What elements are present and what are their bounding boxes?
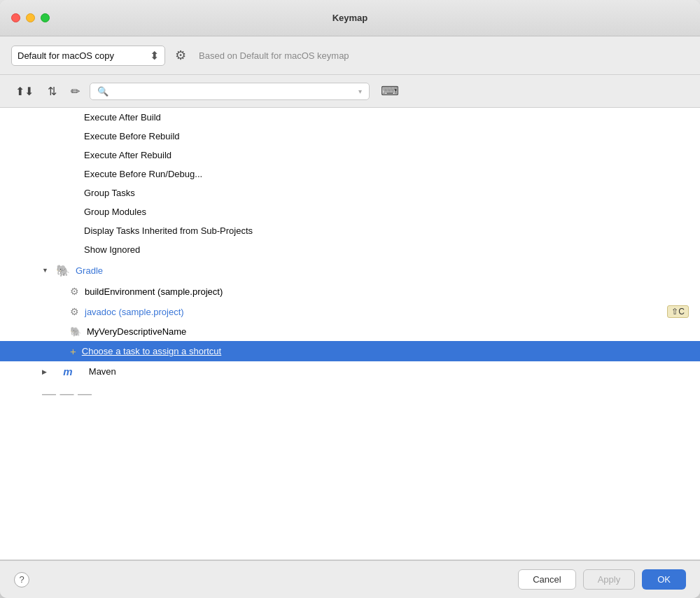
gradle-item-gear-icon: ⚙ xyxy=(70,286,79,297)
list-item[interactable]: Execute After Rebuild xyxy=(0,146,700,165)
expand-all-button[interactable]: ⬆⬇ xyxy=(11,82,38,101)
list-item[interactable]: Display Tasks Inherited from Sub-Project… xyxy=(0,221,700,240)
item-label: Group Modules xyxy=(84,207,146,217)
list-item[interactable]: Show Ignored xyxy=(0,240,700,259)
gradle-collapse-triangle-icon: ▼ xyxy=(42,267,50,274)
help-icon: ? xyxy=(19,574,24,585)
gradle-item-gear-icon: ⚙ xyxy=(70,306,79,317)
shortcut-filter-button[interactable]: ⌨ xyxy=(375,81,405,102)
toolbar: ⬆⬇ ⇅ ✏ 🔍 ▾ ⌨ xyxy=(0,75,700,108)
window-title: Keymap xyxy=(332,13,368,23)
gradle-elephant-icon: 🐘 xyxy=(56,263,70,277)
gradle-item-label: MyVeryDescriptiveName xyxy=(87,326,186,337)
item-label: Execute After Rebuild xyxy=(84,150,172,160)
choose-task-label: Choose a task to assign a shortcut xyxy=(82,346,221,356)
maven-icon: m xyxy=(63,366,72,377)
expand-all-icon: ⬆⬇ xyxy=(15,85,34,97)
list-item[interactable]: Execute Before Run/Debug... xyxy=(0,165,700,183)
cancel-button[interactable]: Cancel xyxy=(518,569,575,590)
traffic-lights xyxy=(11,13,50,22)
item-label: Execute Before Run/Debug... xyxy=(84,169,202,179)
dropdown-arrow-icon: ⬍ xyxy=(150,49,159,62)
bottom-bar: ? Cancel Apply OK xyxy=(0,560,700,598)
gradle-item-build-env[interactable]: ⚙ buildEnvironment (sample.project) xyxy=(0,281,700,301)
item-label: Display Tasks Inherited from Sub-Project… xyxy=(84,225,253,236)
collapse-all-icon: ⇅ xyxy=(48,85,57,97)
gradle-item-myvery[interactable]: 🐘 MyVeryDescriptiveName xyxy=(0,322,700,341)
edit-shortcut-button[interactable]: ✏ xyxy=(66,82,84,101)
search-box[interactable]: 🔍 ▾ xyxy=(90,83,370,100)
plus-icon: + xyxy=(70,345,76,357)
gradle-task-elephant-icon: 🐘 xyxy=(70,326,81,337)
search-icon: 🔍 xyxy=(97,86,108,97)
keymap-list[interactable]: Execute After Build Execute Before Rebui… xyxy=(0,108,700,560)
apply-label: Apply xyxy=(598,574,621,585)
gradle-item-link-label: javadoc (sample.project) xyxy=(85,307,184,317)
dialog-buttons: Cancel Apply OK xyxy=(518,569,686,590)
list-item[interactable]: Execute Before Rebuild xyxy=(0,127,700,146)
cancel-label: Cancel xyxy=(533,574,561,585)
maven-section-header[interactable]: ▶ m Maven xyxy=(0,361,700,382)
pencil-icon: ✏ xyxy=(71,85,80,97)
collapse-all-button[interactable]: ⇅ xyxy=(43,82,61,101)
minimize-button[interactable] xyxy=(26,13,35,22)
keymap-gear-button[interactable]: ⚙ xyxy=(172,45,189,66)
partial-content: — — — xyxy=(42,386,92,401)
shortcut-filter-icon: ⌨ xyxy=(381,84,399,98)
close-button[interactable] xyxy=(11,13,20,22)
gradle-section-header[interactable]: ▼ 🐘 Gradle xyxy=(0,259,700,281)
ok-button[interactable]: OK xyxy=(642,569,686,590)
shortcut-badge: ⇧C xyxy=(667,305,689,318)
item-label: Show Ignored xyxy=(84,244,140,255)
gear-icon: ⚙ xyxy=(175,48,186,62)
keymap-name: Default for macOS copy xyxy=(18,50,146,61)
list-item[interactable]: Group Modules xyxy=(0,202,700,221)
partial-row: — — — xyxy=(0,382,700,406)
gradle-item-label: buildEnvironment (sample.project) xyxy=(85,286,223,297)
keymap-dropdown[interactable]: Default for macOS copy ⬍ xyxy=(11,46,165,66)
list-item[interactable]: Execute After Build xyxy=(0,108,700,127)
search-dropdown-icon: ▾ xyxy=(358,88,362,95)
title-bar: Keymap xyxy=(0,0,700,36)
list-item[interactable]: Group Tasks xyxy=(0,183,700,202)
ok-label: OK xyxy=(657,574,671,585)
maven-label: Maven xyxy=(89,366,116,377)
help-button[interactable]: ? xyxy=(14,572,29,587)
keymap-dialog: Keymap Default for macOS copy ⬍ ⚙ Based … xyxy=(0,0,700,598)
item-label: Group Tasks xyxy=(84,188,135,198)
choose-task-row[interactable]: + Choose a task to assign a shortcut xyxy=(0,341,700,361)
keymap-description: Based on Default for macOS keymap xyxy=(199,50,349,61)
keymap-selector-section: Default for macOS copy ⬍ ⚙ Based on Defa… xyxy=(0,36,700,75)
maximize-button[interactable] xyxy=(41,13,50,22)
maven-expand-triangle-icon: ▶ xyxy=(42,368,47,375)
item-label: Execute After Build xyxy=(84,112,161,123)
gradle-label: Gradle xyxy=(76,265,103,276)
gradle-item-javadoc[interactable]: ⚙ javadoc (sample.project) ⇧C xyxy=(0,301,700,322)
apply-button[interactable]: Apply xyxy=(583,569,636,590)
item-label: Execute Before Rebuild xyxy=(84,131,180,141)
search-input[interactable] xyxy=(112,86,355,97)
